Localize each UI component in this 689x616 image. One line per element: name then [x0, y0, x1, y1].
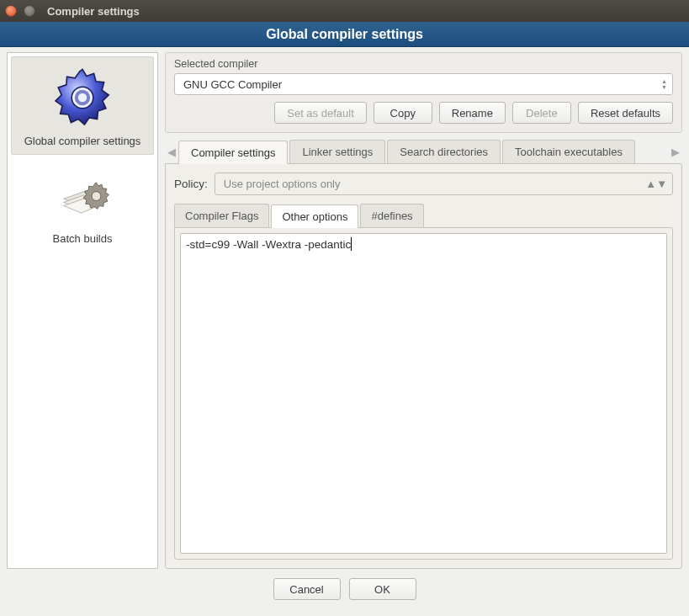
selected-compiler-group: Selected compiler GNU GCC Compiler ▲▼ Se…: [165, 52, 682, 133]
other-options-pane: -std=c99 -Wall -Wextra -pedantic: [174, 227, 673, 560]
page-title: Global compiler settings: [0, 22, 689, 47]
tab-search-directories[interactable]: Search directories: [387, 140, 501, 163]
chevron-updown-icon: ▲▼: [661, 79, 667, 90]
reset-defaults-button[interactable]: Reset defaults: [578, 102, 673, 124]
sidebar-item-label: Batch builds: [13, 232, 152, 245]
subtab-defines[interactable]: #defines: [360, 204, 423, 227]
batch-build-icon: [49, 162, 116, 229]
sidebar-item-batch[interactable]: Batch builds: [11, 155, 154, 252]
tab-strip: ◀ Compiler settings Linker settings Sear…: [165, 138, 682, 163]
sidebar-item-global[interactable]: Global compiler settings: [11, 56, 154, 155]
policy-select[interactable]: Use project options only ▲▼: [215, 173, 673, 195]
other-options-text: -std=c99 -Wall -Wextra -pedantic: [186, 238, 351, 251]
compiler-select-value: GNU GCC Compiler: [183, 78, 282, 91]
policy-value: Use project options only: [224, 178, 341, 190]
cancel-button[interactable]: Cancel: [273, 578, 341, 600]
chevron-updown-icon: ▲▼: [645, 178, 667, 190]
compiler-select[interactable]: GNU GCC Compiler ▲▼: [174, 73, 673, 95]
set-default-button[interactable]: Set as default: [274, 102, 367, 124]
tab-linker-settings[interactable]: Linker settings: [289, 140, 385, 163]
minimize-icon[interactable]: [24, 5, 35, 17]
rename-button[interactable]: Rename: [439, 102, 506, 124]
tab-scroll-left-icon[interactable]: ◀: [165, 140, 178, 163]
delete-button[interactable]: Delete: [512, 102, 571, 124]
selected-compiler-label: Selected compiler: [174, 58, 673, 70]
tab-compiler-settings[interactable]: Compiler settings: [178, 141, 288, 164]
subtab-strip: Compiler Flags Other options #defines: [174, 204, 673, 227]
text-caret-icon: [351, 237, 352, 251]
sidebar-item-label: Global compiler settings: [13, 135, 151, 147]
sidebar: Global compiler settings Batch buil: [7, 52, 158, 569]
svg-point-2: [92, 192, 101, 201]
window-titlebar: Compiler settings: [0, 0, 689, 22]
tab-body: Policy: Use project options only ▲▼ Comp…: [165, 163, 682, 569]
ok-button[interactable]: OK: [349, 578, 416, 600]
other-options-input[interactable]: -std=c99 -Wall -Wextra -pedantic: [180, 233, 667, 554]
window-title: Compiler settings: [47, 5, 140, 18]
gear-icon: [49, 64, 116, 131]
dialog-footer: Cancel OK: [0, 569, 689, 609]
subtab-compiler-flags[interactable]: Compiler Flags: [174, 204, 269, 227]
tab-scroll-right-icon[interactable]: ▶: [669, 140, 682, 163]
policy-label: Policy:: [174, 178, 208, 190]
subtab-other-options[interactable]: Other options: [271, 204, 358, 228]
copy-button[interactable]: Copy: [374, 102, 432, 124]
tab-toolchain-executables[interactable]: Toolchain executables: [502, 140, 635, 163]
close-icon[interactable]: [5, 5, 17, 17]
